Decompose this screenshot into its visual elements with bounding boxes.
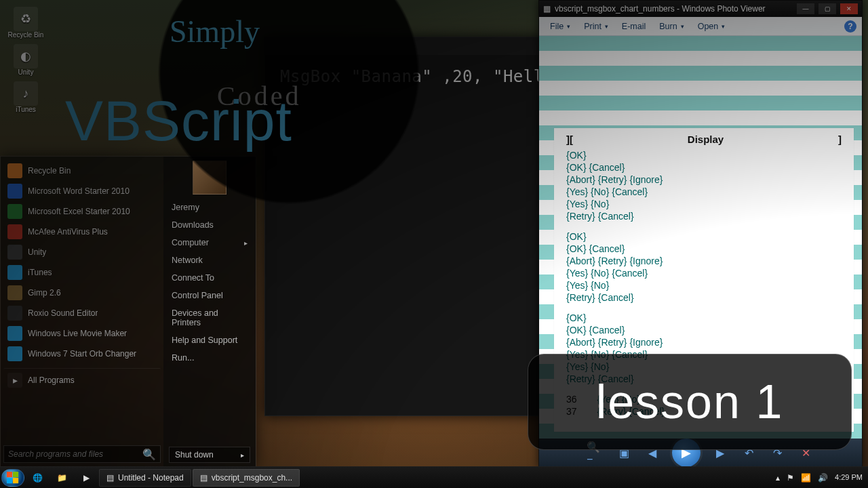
program-label: Roxio Sound Editor — [28, 308, 98, 318]
chart-row: {Retry} {Cancel} — [562, 291, 846, 304]
start-menu-program[interactable]: Roxio Sound Editor — [3, 303, 161, 323]
start-menu-program[interactable]: Microsoft Excel Starter 2010 — [3, 201, 161, 222]
start-menu-program[interactable]: Gimp 2.6 — [3, 283, 161, 303]
unity-icon: ◐ — [14, 44, 38, 68]
photo-viewer-titlebar[interactable]: ▦ vbscript_msgbox_chart_numbers - Window… — [539, 1, 862, 17]
start-menu-search[interactable]: 🔍 — [3, 445, 161, 463]
app-icon: ▦ — [543, 4, 551, 14]
chart-row: 37{Retry} {Cancel} — [562, 405, 846, 418]
recycle-bin-icon: ♻ — [14, 7, 38, 31]
taskbar-clock[interactable]: 4:29 PM — [835, 474, 863, 481]
menu-print[interactable]: Print — [578, 20, 614, 33]
start-menu-right-item[interactable]: Jeremy — [169, 199, 250, 216]
start-menu-program[interactable]: iTunes — [3, 262, 161, 283]
right-item-label: Run... — [172, 353, 194, 363]
chart-row: {OK} {Cancel} — [562, 324, 846, 336]
desktop-icon-recycle-bin[interactable]: ♻ Recycle Bin — [5, 7, 46, 39]
volume-icon[interactable]: 🔊 — [818, 473, 828, 483]
system-tray: ▴ ⚑ 📶 🔊 4:29 PM — [776, 473, 867, 483]
slideshow-button[interactable]: ▶ — [672, 439, 701, 467]
taskbar-task[interactable]: ▤Untitled - Notepad — [99, 469, 191, 487]
minimize-button[interactable]: — — [797, 3, 814, 14]
fit-icon[interactable]: ▣ — [615, 444, 633, 462]
desktop-icon-label: Recycle Bin — [8, 31, 44, 39]
chart-header-left: ][ — [566, 134, 573, 145]
program-label: McAfee AntiVirus Plus — [28, 227, 108, 237]
program-label: iTunes — [28, 268, 52, 277]
network-icon[interactable]: 📶 — [801, 473, 811, 483]
task-icon: ▤ — [106, 473, 114, 483]
rotate-ccw-icon[interactable]: ↶ — [740, 444, 757, 462]
desktop-icon-label: Unity — [18, 68, 34, 76]
chart-header-mid: Display — [688, 134, 724, 145]
chart-row: {Abort} {Retry} {Ignore} — [562, 174, 846, 186]
chart-row: {Abort} {Retry} {Ignore} — [562, 336, 846, 348]
start-menu-right-item[interactable]: Devices and Printers — [169, 304, 250, 331]
chart-row: {OK} — [562, 312, 846, 324]
right-item-label: Devices and Printers — [172, 308, 248, 327]
task-icon: ▤ — [200, 473, 208, 483]
photo-viewer-controls: 🔍− ▣ ◀ ▶ ▶ ↶ ↷ ✕ — [539, 439, 862, 467]
taskbar-pin-media[interactable]: ▶ — [75, 469, 98, 487]
start-menu-right-item[interactable]: Connect To — [169, 269, 250, 287]
start-menu-right-item[interactable]: Network — [169, 251, 250, 269]
taskbar-pin-explorer[interactable]: 📁 — [50, 469, 73, 487]
zoom-out-icon[interactable]: 🔍− — [587, 444, 604, 462]
right-item-label: Connect To — [172, 273, 214, 283]
start-menu-right-item[interactable]: Control Panel — [169, 287, 250, 304]
desktop-icon-unity[interactable]: ◐ Unity — [5, 44, 46, 76]
help-icon[interactable]: ? — [844, 20, 856, 33]
program-icon — [7, 346, 22, 361]
start-menu-right-item[interactable]: Run... — [169, 349, 250, 367]
start-menu-right-item[interactable]: Downloads — [169, 216, 250, 234]
menu-burn[interactable]: Burn — [654, 20, 689, 33]
menu-email[interactable]: E-mail — [616, 20, 651, 33]
svg-rect-0 — [7, 472, 12, 477]
start-menu-program[interactable]: Windows Live Movie Maker — [3, 323, 161, 344]
action-center-icon[interactable]: ⚑ — [787, 473, 794, 483]
program-label: Unity — [28, 247, 46, 257]
close-button[interactable]: ✕ — [840, 3, 858, 14]
prev-image-icon[interactable]: ◀ — [644, 444, 661, 462]
program-label: Gimp 2.6 — [28, 288, 61, 298]
shutdown-label: Shut down — [175, 450, 214, 460]
program-icon — [7, 306, 22, 321]
all-programs[interactable]: ▸ All Programs — [3, 368, 161, 390]
right-item-label: Help and Support — [172, 336, 237, 345]
next-image-icon[interactable]: ▶ — [711, 444, 729, 462]
right-item-label: Computer — [172, 238, 209, 247]
chevron-right-icon[interactable]: ▸ — [241, 451, 244, 459]
start-menu-program[interactable]: Unity — [3, 242, 161, 262]
desktop-icon-itunes[interactable]: ♪ iTunes — [5, 81, 46, 113]
menu-open[interactable]: Open — [692, 20, 731, 33]
start-menu-right-item[interactable]: Computer▸ — [169, 234, 250, 251]
chart-row: {Yes} {No} {Cancel} — [562, 348, 846, 361]
user-picture[interactable] — [193, 161, 226, 195]
start-menu-program[interactable]: Microsoft Word Starter 2010 — [3, 181, 161, 201]
delete-icon[interactable]: ✕ — [797, 444, 814, 462]
start-menu-program[interactable]: Windows 7 Start Orb Changer — [3, 344, 161, 364]
program-icon — [7, 184, 22, 199]
program-label: Windows 7 Start Orb Changer — [28, 349, 136, 359]
taskbar-pin-browser[interactable]: 🌐 — [26, 469, 49, 487]
photo-viewer-menubar: File Print E-mail Burn Open ? — [539, 17, 862, 36]
start-menu-right-item[interactable]: Help and Support — [169, 331, 250, 349]
search-input[interactable] — [8, 449, 138, 459]
chart-header-right: ] — [838, 134, 842, 145]
chart-row: {Yes} {No} {Cancel} — [562, 186, 846, 198]
itunes-icon: ♪ — [14, 81, 38, 106]
start-menu-program[interactable]: Recycle Bin — [3, 161, 161, 181]
menu-file[interactable]: File — [545, 20, 576, 33]
photo-viewer-window[interactable]: ▦ vbscript_msgbox_chart_numbers - Window… — [538, 0, 863, 468]
start-menu-program[interactable]: McAfee AntiVirus Plus — [3, 222, 161, 242]
program-icon — [7, 204, 22, 219]
start-button[interactable] — [1, 469, 24, 487]
right-item-label: Network — [172, 256, 203, 265]
tray-up-icon[interactable]: ▴ — [776, 473, 780, 483]
program-label: Recycle Bin — [28, 166, 71, 176]
rotate-cw-icon[interactable]: ↷ — [768, 444, 786, 462]
maximize-button[interactable]: ▢ — [818, 3, 836, 14]
chart-row: {OK} {Cancel} — [562, 243, 846, 255]
taskbar-task[interactable]: ▤vbscript_msgbox_ch... — [193, 469, 300, 487]
shutdown-button[interactable]: Shut down ▸ — [169, 447, 250, 463]
